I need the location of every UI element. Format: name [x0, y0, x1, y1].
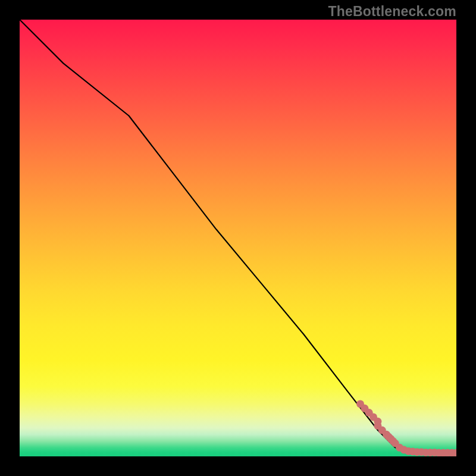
- sample-points-scatter: [356, 400, 456, 456]
- bottleneck-curve-line: [20, 20, 456, 453]
- chart-overlay: [20, 20, 456, 456]
- watermark-text: TheBottleneck.com: [328, 4, 456, 20]
- plot-area: [20, 20, 456, 456]
- chart-frame: TheBottleneck.com: [0, 0, 476, 476]
